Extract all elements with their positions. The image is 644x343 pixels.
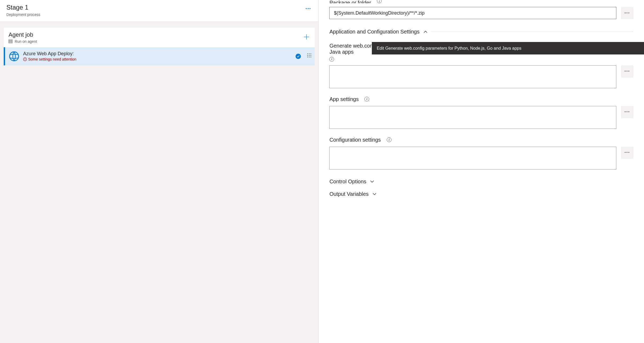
task-warning-text: Some settings need attention xyxy=(28,57,76,61)
config-settings-label: Configuration settings xyxy=(329,137,381,143)
webconfig-row: ··· xyxy=(329,65,633,88)
info-icon[interactable]: i xyxy=(377,0,382,3)
edit-config-settings-button[interactable]: ··· xyxy=(621,147,633,159)
app-config-section-label: Application and Configuration Settings xyxy=(329,29,419,35)
stage-header-text: Stage 1 Deployment process xyxy=(6,4,40,17)
app-settings-row: ··· xyxy=(329,106,633,129)
chevron-down-icon xyxy=(370,179,374,184)
task-warning-row: Some settings need attention xyxy=(23,57,292,61)
section-divider xyxy=(431,32,634,32)
agent-job-text: Agent job Run on agent xyxy=(9,31,37,44)
tooltip: Edit Generate web.config parameters for … xyxy=(372,42,644,54)
task-title: Azure Web App Deploy: xyxy=(23,51,292,57)
edit-app-settings-button[interactable]: ··· xyxy=(621,106,633,118)
task-enabled-badge[interactable] xyxy=(296,54,301,59)
package-folder-label: Package or folder i xyxy=(329,0,633,3)
browse-package-button[interactable]: ··· xyxy=(621,7,633,19)
app-settings-label-row: App settings i xyxy=(329,96,633,102)
config-settings-label-row: Configuration settings i xyxy=(329,137,633,143)
control-options-toggle[interactable]: Control Options xyxy=(329,179,633,185)
server-icon xyxy=(9,39,12,43)
task-text-col: Azure Web App Deploy: Some settings need… xyxy=(23,51,292,61)
agent-job-title: Agent job xyxy=(9,31,37,38)
app-settings-input[interactable] xyxy=(329,106,616,129)
config-settings-row: ··· xyxy=(329,147,633,170)
svg-rect-1 xyxy=(9,41,12,42)
stage-title: Stage 1 xyxy=(6,4,40,11)
add-task-button[interactable] xyxy=(303,31,310,41)
output-variables-label: Output Variables xyxy=(329,191,369,197)
control-options-label: Control Options xyxy=(329,179,366,185)
svg-point-5 xyxy=(10,52,19,61)
svg-point-8 xyxy=(25,60,25,61)
svg-rect-0 xyxy=(9,40,12,41)
info-icon[interactable]: i xyxy=(387,137,392,142)
task-card-azure-deploy[interactable]: Azure Web App Deploy: Some settings need… xyxy=(4,47,315,65)
output-variables-toggle[interactable]: Output Variables xyxy=(329,191,633,197)
stage-subtitle: Deployment process xyxy=(6,12,40,17)
stage-header: Stage 1 Deployment process ··· xyxy=(0,0,318,22)
info-icon[interactable]: i xyxy=(364,97,369,101)
chevron-down-icon xyxy=(372,192,377,196)
azure-web-app-icon xyxy=(9,51,19,62)
package-folder-row: ··· xyxy=(329,7,633,19)
stage-more-button[interactable]: ··· xyxy=(305,4,312,12)
agent-job-subtitle-row: Run on agent xyxy=(9,39,37,44)
agent-job-card[interactable]: Agent job Run on agent xyxy=(4,28,315,47)
info-icon[interactable]: i xyxy=(329,57,334,62)
drag-handle[interactable] xyxy=(307,53,311,59)
agent-job-subtitle: Run on agent xyxy=(15,39,37,44)
package-folder-label-text: Package or folder xyxy=(329,2,371,3)
svg-rect-2 xyxy=(9,42,12,43)
warning-icon xyxy=(23,57,27,61)
app-config-section-toggle[interactable]: Application and Configuration Settings xyxy=(329,29,633,35)
package-folder-input[interactable] xyxy=(329,7,616,19)
app-settings-label: App settings xyxy=(329,96,359,102)
webconfig-input[interactable] xyxy=(329,65,616,88)
right-panel: Package or folder i ··· Application and … xyxy=(319,0,644,343)
app-root: Stage 1 Deployment process ··· Agent job… xyxy=(0,0,644,343)
check-icon xyxy=(297,55,300,58)
left-panel: Stage 1 Deployment process ··· Agent job… xyxy=(0,0,319,343)
config-settings-input[interactable] xyxy=(329,147,616,170)
edit-webconfig-button[interactable]: ··· xyxy=(621,65,633,78)
chevron-up-icon xyxy=(423,30,428,34)
